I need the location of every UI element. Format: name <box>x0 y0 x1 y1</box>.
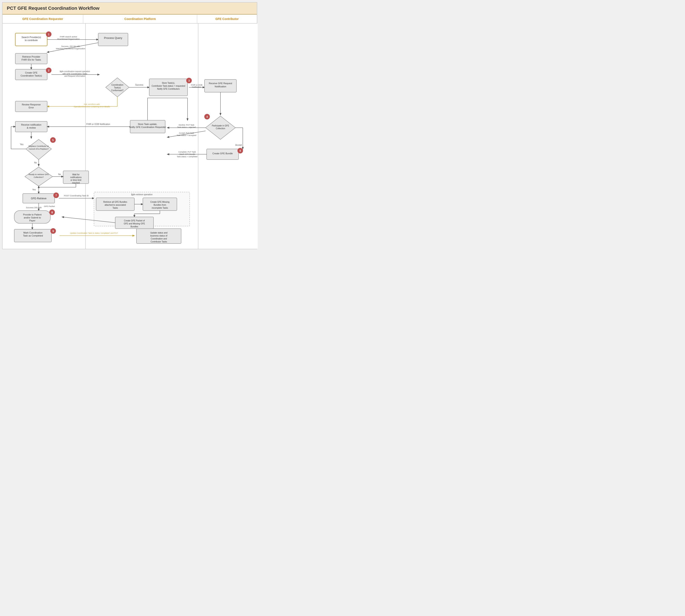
svg-text:Wait for: Wait for <box>72 173 80 176</box>
svg-text:7: 7 <box>56 194 57 197</box>
diagram-title: PCT GFE Request Coordination Workflow <box>3 3 257 15</box>
svg-text:1: 1 <box>48 33 49 36</box>
svg-text:Complete: PUT Task: Complete: PUT Task <box>178 151 196 153</box>
svg-text:and Request Information: and Request Information <box>64 75 85 77</box>
svg-text:No: No <box>58 173 61 176</box>
svg-text:notifications: notifications <box>70 176 82 178</box>
svg-text:GFE and Missing GFE: GFE and Missing GFE <box>124 222 145 225</box>
svg-text:Create GFE: Create GFE <box>25 71 38 74</box>
svg-text:FHIR or OOB Notification: FHIR or OOB Notification <box>86 123 110 125</box>
svg-text:business status of: business status of <box>150 235 167 237</box>
svg-text:Task as Completed: Task as Completed <box>23 234 43 237</box>
svg-text:to contribute: to contribute <box>25 39 38 41</box>
svg-text:Decline: PUT Task: Decline: PUT Task <box>178 124 194 126</box>
headers-row: GFE Coordination Requester Coordination … <box>3 15 257 24</box>
svg-text:Coordination: Coordination <box>111 84 124 86</box>
svg-text:Collection?: Collection? <box>34 176 44 178</box>
svg-text:Collection: Collection <box>216 127 225 130</box>
svg-text:and/or Submit to: and/or Submit to <box>24 216 41 219</box>
svg-text:Task.status = accepted: Task.status = accepted <box>177 134 196 136</box>
svg-text:GFE Packet: GFE Packet <box>44 205 55 207</box>
svg-text:Provide to Patient: Provide to Patient <box>23 213 42 216</box>
svg-text:Contributor Task.status = requ: Contributor Task.status = requested <box>152 85 185 87</box>
svg-text:2: 2 <box>48 69 49 72</box>
svg-text:Ready to retrieve GFE: Ready to retrieve GFE <box>29 173 49 176</box>
svg-text:Practitioner/Organization: Practitioner/Organization <box>58 38 80 40</box>
svg-text:Task(s): Task(s) <box>114 87 121 89</box>
header-requester: GFE Coordination Requester <box>3 15 83 23</box>
svg-text:Update status and: Update status and <box>150 232 167 234</box>
svg-text:Yes: Yes <box>20 143 23 146</box>
svg-text:POST Coordinating Task ID: POST Coordinating Task ID <box>64 194 89 197</box>
svg-text:Success, 200 OK with: Success, 200 OK with <box>61 45 80 47</box>
svg-text:Attach GFE Bundle: Attach GFE Bundle <box>179 153 195 155</box>
svg-text:No: No <box>34 161 37 164</box>
svg-text:with GFE Coordination Tasks: with GFE Coordination Tasks <box>62 73 87 75</box>
svg-text:OperationOutcome containing er: OperationOutcome containing error detail… <box>74 106 110 108</box>
svg-text:or time limit: or time limit <box>70 179 81 181</box>
svg-text:$gfe-coordination-request oper: $gfe-coordination-request operation <box>60 70 90 72</box>
svg-text:Bundles from: Bundles from <box>154 204 166 206</box>
svg-text:Receive notification: Receive notification <box>21 124 41 126</box>
svg-text:Cancel All & Replace?: Cancel All & Replace? <box>29 148 49 150</box>
svg-text:Task.status = rejected: Task.status = rejected <box>177 126 196 128</box>
svg-text:incomplete Tasks: incomplete Tasks <box>152 207 168 209</box>
svg-text:Accept: PUT Task: Accept: PUT Task <box>179 132 194 134</box>
svg-text:Success 200 with: Success 200 with <box>26 206 42 209</box>
svg-text:Create GFE Bundle: Create GFE Bundle <box>212 152 233 155</box>
svg-text:Tasks: Tasks <box>112 207 118 209</box>
svg-text:Notification: Notification <box>215 85 226 88</box>
svg-text:Accept: Accept <box>235 144 242 146</box>
svg-text:9: 9 <box>52 230 54 233</box>
svg-text:Retrieve Provider: Retrieve Provider <box>22 56 40 58</box>
svg-text:Error: Error <box>29 106 34 109</box>
svg-text:FHIR or OOB: FHIR or OOB <box>191 84 202 86</box>
svg-text:Create GFE Missing: Create GFE Missing <box>150 201 169 203</box>
svg-text:Process Query: Process Query <box>104 36 122 40</box>
svg-text:5: 5 <box>52 139 54 142</box>
svg-rect-34 <box>149 79 188 96</box>
svg-text:4: 4 <box>207 115 208 118</box>
svg-text:Notify GFE Contributors: Notify GFE Contributors <box>157 88 180 90</box>
svg-text:Payer: Payer <box>29 219 36 222</box>
svg-text:Participate in GFE: Participate in GFE <box>212 125 229 127</box>
svg-text:Retrieve all GFE Bundles: Retrieve all GFE Bundles <box>103 201 127 203</box>
svg-text:Bundles: Bundles <box>131 225 138 228</box>
svg-text:Receive GFE Request: Receive GFE Request <box>209 82 232 85</box>
svg-text:FHIR IDs for Tasks: FHIR IDs for Tasks <box>21 59 41 61</box>
svg-text:Update Coordination Task to st: Update Coordination Task to status 'comp… <box>70 232 118 234</box>
svg-text:Task.status = completed: Task.status = completed <box>177 156 197 158</box>
svg-text:Notify GFE Coordination Reques: Notify GFE Coordination Requester <box>129 126 166 128</box>
svg-text:8: 8 <box>51 211 53 214</box>
svg-text:Contributor Tasks: Contributor Tasks <box>151 241 167 243</box>
svg-text:6: 6 <box>240 149 241 152</box>
svg-text:Mark Coordination: Mark Coordination <box>23 232 43 234</box>
svg-text:Create GFE Packet of: Create GFE Packet of <box>124 220 145 222</box>
svg-text:Matching Practitioner/Organiza: Matching Practitioner/Organization <box>56 48 85 50</box>
svg-text:Replace Contributor or: Replace Contributor or <box>28 145 49 147</box>
svg-text:attached to associated: attached to associated <box>105 204 126 206</box>
svg-text:Coordination Task(s): Coordination Task(s) <box>21 74 42 77</box>
header-platform: Coordination Platform <box>83 15 197 23</box>
svg-text:Yes: Yes <box>32 189 36 191</box>
svg-text:Search Provider(s): Search Provider(s) <box>21 36 41 39</box>
svg-text:Store Task(s),: Store Task(s), <box>162 82 175 84</box>
svg-text:Conformant?: Conformant? <box>111 89 124 92</box>
svg-text:Store Task update,: Store Task update, <box>138 123 157 125</box>
svg-rect-10 <box>98 33 128 46</box>
svg-text:GFE-Retrieve: GFE-Retrieve <box>31 197 47 200</box>
svg-text:$gfe-retrieve operation: $gfe-retrieve operation <box>131 193 153 196</box>
svg-text:Coordination and: Coordination and <box>151 238 167 240</box>
svg-text:Success: Success <box>135 84 143 86</box>
svg-text:& review: & review <box>27 127 36 129</box>
svg-text:Review Response: Review Response <box>22 103 41 106</box>
svg-text:Notification: Notification <box>192 86 201 88</box>
header-contributor: GFE Contributor <box>197 15 257 23</box>
svg-text:3: 3 <box>188 79 190 82</box>
diagram-container: PCT GFE Request Coordination Workflow GF… <box>2 2 257 249</box>
svg-text:Fail, 4XX/5XX with: Fail, 4XX/5XX with <box>84 103 100 105</box>
svg-text:FHIR search active: FHIR search active <box>60 36 77 38</box>
